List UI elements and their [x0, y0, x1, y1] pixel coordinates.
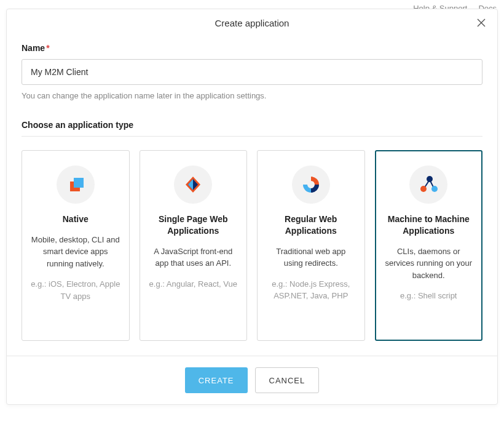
regular-web-icon: [292, 166, 330, 204]
app-type-cards: Native Mobile, desktop, CLI and smart de…: [22, 150, 482, 341]
name-label-text: Name: [22, 43, 45, 53]
card-eg: e.g.: Node.js Express, ASP.NET, Java, PH…: [266, 278, 356, 302]
modal-header: Create application: [7, 9, 497, 34]
svg-rect-3: [74, 178, 84, 188]
card-title: Single Page Web Applications: [149, 214, 238, 237]
svg-point-11: [420, 186, 427, 192]
m2m-icon: [409, 166, 447, 204]
app-type-native[interactable]: Native Mobile, desktop, CLI and smart de…: [22, 150, 130, 341]
required-asterisk: *: [46, 43, 49, 53]
card-eg: e.g.: Shell script: [384, 290, 474, 302]
card-desc: A JavaScript front-end app that uses an …: [149, 245, 238, 269]
modal-body: Name* You can change the application nam…: [7, 34, 497, 356]
card-title: Native: [31, 214, 120, 225]
close-icon: [477, 18, 486, 27]
name-helper: You can change the application name late…: [22, 91, 482, 100]
card-desc: Mobile, desktop, CLI and smart device ap…: [31, 234, 120, 270]
svg-point-10: [427, 176, 433, 182]
cancel-button[interactable]: CANCEL: [255, 367, 320, 393]
native-icon: [57, 166, 95, 204]
card-desc: Traditional web app using redirects.: [266, 245, 356, 269]
card-title: Regular Web Applications: [266, 214, 356, 237]
type-section-label: Choose an application type: [22, 120, 482, 137]
close-button[interactable]: [475, 17, 487, 29]
create-button[interactable]: CREATE: [185, 367, 248, 393]
card-eg: e.g.: Angular, React, Vue: [149, 278, 238, 290]
card-eg: e.g.: iOS, Electron, Apple TV apps: [31, 278, 120, 302]
create-application-modal: Create application Name* You can change …: [6, 9, 498, 405]
app-type-spa[interactable]: Single Page Web Applications A JavaScrip…: [140, 150, 248, 341]
card-desc: CLIs, daemons or services running on you…: [384, 245, 474, 282]
svg-point-7: [307, 181, 315, 188]
app-type-m2m[interactable]: Machine to Machine Applications CLIs, da…: [375, 150, 483, 341]
app-type-regular-web[interactable]: Regular Web Applications Traditional web…: [257, 150, 365, 341]
modal-footer: CREATE CANCEL: [7, 356, 497, 404]
name-input[interactable]: [22, 59, 482, 85]
spa-icon: [174, 166, 212, 204]
modal-title: Create application: [19, 18, 485, 28]
svg-point-12: [431, 186, 438, 192]
card-title: Machine to Machine Applications: [384, 214, 474, 237]
name-label: Name*: [22, 43, 482, 53]
